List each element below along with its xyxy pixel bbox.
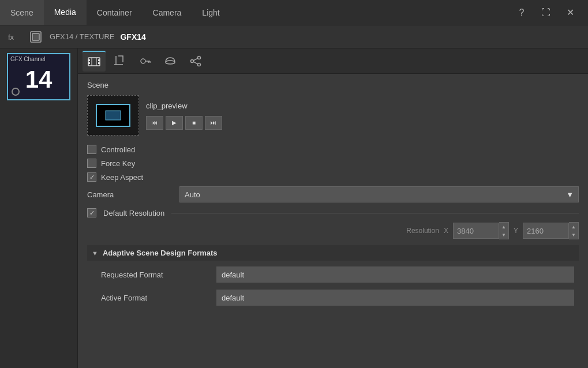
y-spinner: 2160 ▲ ▼: [523, 222, 579, 239]
step-back-button[interactable]: ⏮: [146, 116, 163, 130]
checkmark-icon: ✓: [89, 174, 95, 181]
active-format-row: Active Format default: [87, 286, 579, 309]
camera-dropdown-icon: ▼: [566, 190, 574, 199]
adaptive-header[interactable]: ▼ Adaptive Scene Design Formats: [87, 245, 579, 261]
svg-point-17: [198, 56, 201, 59]
help-icon[interactable]: ?: [513, 4, 530, 21]
nav-scene[interactable]: Scene: [0, 0, 44, 25]
svg-point-18: [191, 59, 194, 62]
scene-section-title: Scene: [87, 81, 579, 89]
scene-preview: clip_preview ⏮ ▶ ■ ⏭: [87, 95, 579, 136]
nav-camera[interactable]: Camera: [143, 0, 192, 25]
active-format-label: Active Format: [101, 294, 216, 302]
controlled-row: Controlled: [87, 145, 579, 154]
tab-key[interactable]: [133, 51, 156, 72]
svg-point-19: [198, 63, 201, 66]
x-label: X: [444, 227, 448, 235]
resolution-checkmark: ✓: [89, 209, 95, 217]
camera-label: Camera: [87, 190, 179, 199]
keep-aspect-checkbox[interactable]: ✓: [87, 172, 96, 182]
channel-thumbnail[interactable]: GFX Channel 14: [7, 53, 70, 100]
y-increment-button[interactable]: ▲: [569, 223, 578, 231]
svg-point-16: [166, 61, 175, 64]
svg-line-20: [193, 58, 197, 61]
svg-line-21: [193, 62, 197, 64]
svg-rect-23: [106, 111, 121, 120]
tab-share[interactable]: [184, 51, 207, 72]
force-key-checkbox[interactable]: [87, 159, 96, 168]
content-area: Scene clip_preview ⏮ ▶: [78, 74, 588, 368]
svg-rect-7: [98, 62, 100, 64]
svg-rect-5: [88, 62, 90, 64]
resolution-header: ✓ Default Resolution: [87, 208, 579, 217]
svg-text:fx: fx: [8, 33, 14, 42]
right-panel: Scene clip_preview ⏮ ▶: [78, 48, 588, 368]
preview-inner: [96, 104, 130, 127]
force-key-label: Force Key: [101, 159, 135, 168]
playback-controls: ⏮ ▶ ■ ⏭: [146, 116, 222, 130]
tab-dome[interactable]: [159, 51, 182, 72]
texture-icon: [28, 29, 44, 45]
channel-label: GFX Channel: [10, 57, 46, 62]
breadcrumb-current: GFX14: [120, 32, 145, 42]
y-input[interactable]: 2160: [523, 223, 569, 239]
close-icon[interactable]: ✕: [561, 4, 579, 21]
clip-name: clip_preview: [146, 102, 222, 110]
x-spinner: 3840 ▲ ▼: [453, 222, 509, 239]
svg-rect-2: [32, 33, 39, 40]
adaptive-section: ▼ Adaptive Scene Design Formats Requeste…: [87, 245, 579, 309]
resolution-title: Default Resolution: [103, 209, 164, 217]
nav-container[interactable]: Container: [87, 0, 143, 25]
main-layout: GFX Channel 14: [0, 48, 588, 368]
nav-actions: ? ⛶ ✕: [513, 4, 588, 21]
resolution-fields: Resolution X 3840 ▲ ▼ Y 2160 ▲: [87, 222, 579, 239]
breadcrumb-path: GFX14 / TEXTURE: [50, 32, 114, 41]
camera-select[interactable]: Auto ▼: [179, 186, 579, 202]
x-spinner-buttons: ▲ ▼: [499, 222, 509, 239]
preview-box: [87, 95, 139, 136]
adaptive-chevron-icon: ▼: [92, 250, 98, 257]
active-format-value: default: [216, 290, 574, 306]
controlled-checkbox[interactable]: [87, 145, 96, 154]
camera-row: Camera Auto ▼: [87, 186, 579, 202]
fx-icon: fx: [6, 29, 22, 45]
play-button[interactable]: ▶: [166, 116, 183, 130]
camera-select-field[interactable]: Auto ▼: [179, 186, 579, 202]
x-increment-button[interactable]: ▲: [499, 223, 508, 231]
nav-media[interactable]: Media: [44, 0, 87, 25]
requested-format-value: default: [216, 266, 574, 283]
requested-format-row: Requested Format default: [87, 263, 579, 286]
x-decrement-button[interactable]: ▼: [499, 231, 508, 239]
top-navigation: Scene Media Container Camera Light ? ⛶ ✕: [0, 0, 588, 25]
resolution-enabled-checkbox[interactable]: ✓: [87, 208, 96, 217]
svg-rect-4: [88, 59, 90, 61]
requested-format-label: Requested Format: [101, 271, 216, 279]
tab-icons-bar: [78, 48, 588, 74]
camera-value: Auto: [185, 190, 200, 199]
svg-rect-6: [98, 59, 100, 61]
y-spinner-buttons: ▲ ▼: [569, 222, 579, 239]
adaptive-title: Adaptive Scene Design Formats: [103, 249, 218, 257]
channel-indicator: [12, 88, 20, 96]
svg-point-12: [141, 59, 145, 63]
preview-controls: clip_preview ⏮ ▶ ■ ⏭: [146, 102, 222, 130]
tab-crop[interactable]: [108, 51, 131, 72]
keep-aspect-label: Keep Aspect: [101, 173, 143, 182]
fullscreen-icon[interactable]: ⛶: [537, 4, 555, 21]
svg-rect-3: [88, 58, 100, 66]
controlled-label: Controlled: [101, 145, 135, 154]
channel-number: 14: [25, 67, 53, 92]
y-label: Y: [514, 227, 518, 235]
default-resolution-section: ✓ Default Resolution Resolution X 3840 ▲…: [87, 208, 579, 239]
y-decrement-button[interactable]: ▼: [569, 231, 578, 239]
tab-media[interactable]: [83, 51, 106, 72]
resolution-label: Resolution: [406, 227, 439, 235]
step-forward-button[interactable]: ⏭: [205, 116, 222, 130]
stop-button[interactable]: ■: [185, 116, 203, 130]
keep-aspect-row: ✓ Keep Aspect: [87, 172, 579, 182]
sidebar: GFX Channel 14: [0, 48, 78, 368]
force-key-row: Force Key: [87, 159, 579, 168]
nav-light[interactable]: Light: [192, 0, 230, 25]
breadcrumb-bar: fx GFX14 / TEXTURE GFX14: [0, 25, 588, 48]
x-input[interactable]: 3840: [453, 223, 499, 239]
